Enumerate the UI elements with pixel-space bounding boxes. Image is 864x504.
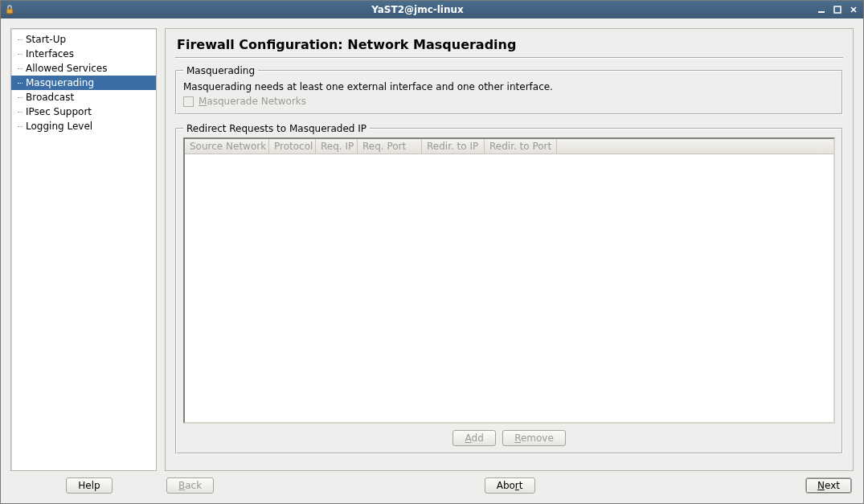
table-body-empty <box>185 154 833 422</box>
col-spacer <box>557 139 833 154</box>
table-header-row: Source Network Protocol Req. IP Req. Por… <box>185 139 833 154</box>
titlebar[interactable]: YaST2@jmc-linux <box>1 1 863 18</box>
app-lock-icon <box>4 4 15 15</box>
remove-button: Remove <box>502 430 566 446</box>
separator <box>175 57 843 59</box>
masquerade-networks-label: Masquerade Networks <box>199 96 306 107</box>
page-title: Firewall Configuration: Network Masquera… <box>175 35 843 57</box>
col-redir-to-ip[interactable]: Redir. to IP <box>422 139 485 154</box>
col-req-port[interactable]: Req. Port <box>358 139 422 154</box>
svg-rect-2 <box>834 6 841 13</box>
back-button: Back <box>166 477 214 494</box>
redirect-group: Redirect Requests to Masqueraded IP Sour… <box>175 123 843 454</box>
sidebar-item-label: Allowed Services <box>26 63 107 74</box>
app-window: YaST2@jmc-linux Start-Up Interfaces Allo… <box>0 0 864 504</box>
sidebar-item-label: Logging Level <box>26 121 92 132</box>
close-icon[interactable] <box>847 4 860 15</box>
checkbox-icon <box>183 96 194 107</box>
add-button: Add <box>452 430 496 446</box>
detail-panel: Firewall Configuration: Network Masquera… <box>165 28 854 471</box>
svg-rect-1 <box>818 11 825 13</box>
masquerade-networks-checkbox: Masquerade Networks <box>183 96 835 107</box>
sidebar-item-interfaces[interactable]: Interfaces <box>11 47 156 61</box>
col-source-network[interactable]: Source Network <box>185 139 269 154</box>
nav-tree[interactable]: Start-Up Interfaces Allowed Services Mas… <box>10 28 157 471</box>
wizard-footer: Help Back Abort Next <box>10 477 854 494</box>
sidebar-item-ipsec-support[interactable]: IPsec Support <box>11 104 156 119</box>
col-protocol[interactable]: Protocol <box>269 139 316 154</box>
svg-rect-0 <box>6 9 13 14</box>
sidebar-item-logging-level[interactable]: Logging Level <box>11 119 156 133</box>
sidebar-item-allowed-services[interactable]: Allowed Services <box>11 61 156 76</box>
sidebar-item-label: Interfaces <box>26 48 74 59</box>
masquerading-info: Masquerading needs at least one external… <box>183 80 835 96</box>
masquerading-legend: Masquerading <box>183 65 258 76</box>
col-req-ip[interactable]: Req. IP <box>316 139 358 154</box>
sidebar-item-label: Broadcast <box>26 92 74 103</box>
sidebar-item-label: Start-Up <box>26 34 66 45</box>
window-title: YaST2@jmc-linux <box>20 4 815 15</box>
sidebar-item-masquerading[interactable]: Masquerading <box>11 76 156 90</box>
sidebar-item-label: IPsec Support <box>26 106 92 117</box>
help-button[interactable]: Help <box>66 477 112 494</box>
redirect-table[interactable]: Source Network Protocol Req. IP Req. Por… <box>183 137 835 424</box>
maximize-icon[interactable] <box>831 4 844 15</box>
sidebar-item-broadcast[interactable]: Broadcast <box>11 90 156 104</box>
sidebar-item-label: Masquerading <box>26 77 94 88</box>
abort-button[interactable]: Abort <box>485 477 535 494</box>
sidebar-item-startup[interactable]: Start-Up <box>11 32 156 47</box>
redirect-legend: Redirect Requests to Masqueraded IP <box>183 123 370 134</box>
next-button[interactable]: Next <box>805 477 852 494</box>
client-area: Start-Up Interfaces Allowed Services Mas… <box>1 18 863 503</box>
minimize-icon[interactable] <box>815 4 828 15</box>
col-redir-to-port[interactable]: Redir. to Port <box>485 139 557 154</box>
masquerading-group: Masquerading Masquerading needs at least… <box>175 65 843 115</box>
